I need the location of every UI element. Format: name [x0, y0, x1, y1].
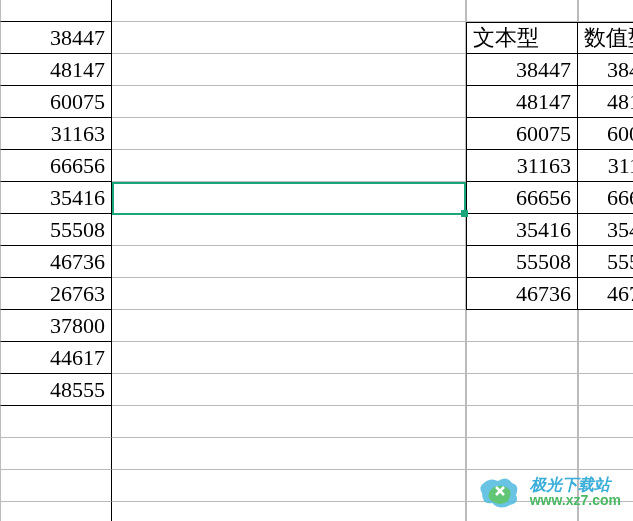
cell[interactable]: 44617 [0, 342, 112, 374]
cell-empty[interactable] [112, 214, 466, 246]
cell[interactable]: 6007 [578, 118, 633, 150]
cell-empty[interactable] [578, 310, 633, 342]
cell[interactable]: 26763 [0, 278, 112, 310]
cell-empty[interactable] [112, 342, 466, 374]
cell-empty[interactable] [112, 118, 466, 150]
cell-selected[interactable] [112, 182, 466, 214]
spreadsheet-grid[interactable]: 38447 48147 60075 31163 66656 35416 5550… [0, 0, 633, 521]
cell[interactable]: 31163 [466, 150, 578, 182]
column-c-header[interactable]: 文本型 [466, 22, 578, 54]
cell-a-header[interactable] [0, 0, 112, 22]
cell[interactable]: 46736 [466, 278, 578, 310]
cell-empty[interactable] [112, 0, 466, 22]
cell-empty[interactable] [578, 406, 633, 438]
cell[interactable]: 38447 [0, 22, 112, 54]
column-b [112, 0, 466, 521]
cell-empty[interactable] [112, 54, 466, 86]
cell[interactable]: 3541 [578, 214, 633, 246]
cell[interactable]: 60075 [466, 118, 578, 150]
cell[interactable]: 46736 [0, 246, 112, 278]
watermark-title: 极光下载站 [530, 476, 621, 494]
cell-empty[interactable] [112, 150, 466, 182]
cell-empty[interactable] [112, 310, 466, 342]
cell[interactable]: 5550 [578, 246, 633, 278]
cell-empty[interactable] [112, 374, 466, 406]
column-d-header[interactable]: 数值型 [578, 22, 633, 54]
cell[interactable]: 60075 [0, 86, 112, 118]
cell[interactable]: 66656 [0, 150, 112, 182]
cell[interactable]: 37800 [0, 310, 112, 342]
cell[interactable]: 48147 [466, 86, 578, 118]
cell-empty[interactable] [112, 438, 466, 470]
cell-empty[interactable] [578, 374, 633, 406]
cell[interactable]: 66656 [466, 182, 578, 214]
cell-empty[interactable] [578, 0, 633, 22]
cell[interactable]: 48147 [0, 54, 112, 86]
column-d: 数值型 3844 4814 6007 3116 6665 3541 5550 4… [578, 0, 633, 521]
cell-empty[interactable] [466, 310, 578, 342]
cell-empty[interactable] [466, 374, 578, 406]
cell-empty[interactable] [578, 342, 633, 374]
cell[interactable]: 6665 [578, 182, 633, 214]
cell-empty[interactable] [112, 470, 466, 502]
cell-empty[interactable] [112, 246, 466, 278]
cell-empty[interactable] [466, 0, 578, 22]
cell-empty[interactable] [112, 278, 466, 310]
cell[interactable]: 35416 [466, 214, 578, 246]
cell[interactable]: 4673 [578, 278, 633, 310]
watermark: 极光下载站 www.xz7.com [476, 473, 621, 511]
cell[interactable]: 3116 [578, 150, 633, 182]
column-c: 文本型 38447 48147 60075 31163 66656 35416 … [466, 0, 578, 521]
cell[interactable]: 48555 [0, 374, 112, 406]
cell[interactable]: 35416 [0, 182, 112, 214]
cell-empty[interactable] [466, 342, 578, 374]
cell[interactable]: 3844 [578, 54, 633, 86]
cell-empty[interactable] [466, 406, 578, 438]
cell[interactable]: 38447 [466, 54, 578, 86]
watermark-url: www.xz7.com [530, 493, 621, 508]
watermark-logo-icon [476, 473, 522, 511]
cell-empty[interactable] [0, 406, 112, 438]
cell-empty[interactable] [112, 22, 466, 54]
cell-empty[interactable] [0, 470, 112, 502]
cell[interactable]: 55508 [466, 246, 578, 278]
cell[interactable]: 55508 [0, 214, 112, 246]
cell-empty[interactable] [578, 438, 633, 470]
cell-empty[interactable] [112, 502, 466, 521]
column-a: 38447 48147 60075 31163 66656 35416 5550… [0, 0, 112, 521]
cell-empty[interactable] [112, 406, 466, 438]
cell[interactable]: 4814 [578, 86, 633, 118]
cell-empty[interactable] [466, 438, 578, 470]
cell-empty[interactable] [0, 502, 112, 521]
cell[interactable]: 31163 [0, 118, 112, 150]
cell-empty[interactable] [0, 438, 112, 470]
cell-empty[interactable] [112, 86, 466, 118]
